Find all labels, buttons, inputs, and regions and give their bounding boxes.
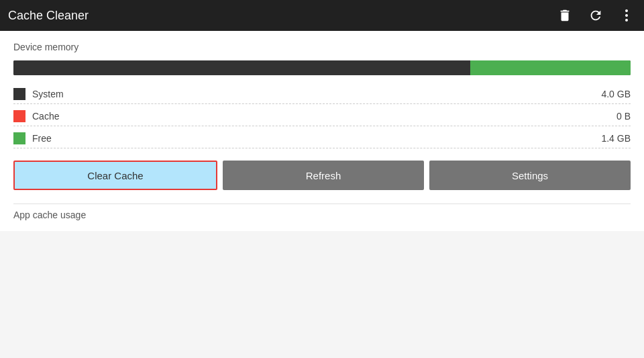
free-value: 1.4 GB xyxy=(601,133,631,144)
memory-bar xyxy=(13,60,631,75)
cache-color xyxy=(13,110,25,122)
refresh-icon[interactable] xyxy=(586,6,605,25)
legend-item-cache: Cache 0 B xyxy=(13,107,631,126)
cache-label: Cache xyxy=(32,111,610,122)
app-bar: Cache Cleaner xyxy=(0,0,644,31)
clear-cache-button[interactable]: Clear Cache xyxy=(13,161,217,190)
app-bar-title: Cache Cleaner xyxy=(8,9,89,23)
system-color xyxy=(13,88,25,100)
memory-legend: System 4.0 GB Cache 0 B Free 1.4 GB xyxy=(13,85,631,148)
app-bar-actions xyxy=(555,6,636,25)
buttons-row: Clear Cache Refresh Settings xyxy=(13,161,631,190)
memory-bar-used xyxy=(13,60,470,75)
more-options-icon[interactable] xyxy=(617,6,636,25)
main-content: Device memory System 4.0 GB Cache 0 B xyxy=(0,31,644,231)
delete-icon[interactable] xyxy=(555,6,574,25)
device-memory-section: Device memory System 4.0 GB Cache 0 B xyxy=(13,42,631,148)
cache-value: 0 B xyxy=(616,111,631,122)
divider xyxy=(13,204,631,204)
refresh-button[interactable]: Refresh xyxy=(223,161,424,190)
settings-button[interactable]: Settings xyxy=(429,161,631,190)
memory-bar-free xyxy=(470,60,631,75)
system-label: System xyxy=(32,89,594,99)
device-memory-label: Device memory xyxy=(13,42,631,52)
app-cache-usage-label: App cache usage xyxy=(13,210,631,220)
free-label: Free xyxy=(32,133,594,144)
system-value: 4.0 GB xyxy=(601,89,631,99)
legend-item-free: Free 1.4 GB xyxy=(13,129,631,148)
legend-item-system: System 4.0 GB xyxy=(13,85,631,104)
vertical-dots xyxy=(625,9,628,21)
free-color xyxy=(13,132,25,144)
